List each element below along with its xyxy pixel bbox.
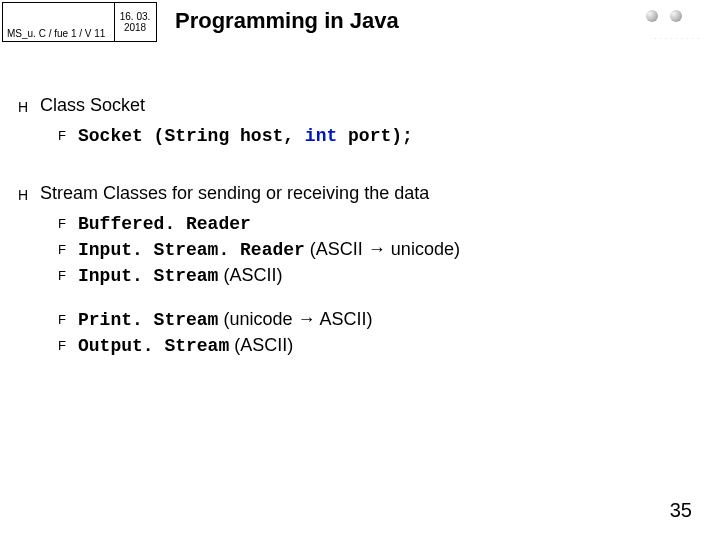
item-group: F Buffered. Reader F Input. Stream. Read… bbox=[58, 213, 700, 357]
list-item: F Input. Stream (ASCII) bbox=[58, 265, 700, 287]
y-bullet-icon: F bbox=[58, 125, 72, 147]
note: (ASCII) bbox=[229, 335, 293, 355]
meta-box: MS_u. C / fue 1 / V 11 16. 03. 2018 bbox=[2, 2, 157, 42]
list-item: F Print. Stream (unicode → ASCII) bbox=[58, 309, 700, 331]
decorative-orb-icon bbox=[646, 10, 658, 22]
section-heading-text: Stream Classes for sending or receiving … bbox=[40, 183, 429, 204]
meta-date: 16. 03. 2018 bbox=[114, 3, 156, 41]
z-bullet-icon: H bbox=[18, 95, 32, 119]
code: port); bbox=[337, 126, 413, 146]
arrow-icon: → bbox=[368, 239, 386, 259]
note: (ASCII bbox=[305, 239, 368, 259]
y-bullet-icon: F bbox=[58, 335, 72, 357]
arrow-icon: → bbox=[298, 309, 316, 329]
note: (unicode bbox=[218, 309, 297, 329]
section-heading-text: Class Socket bbox=[40, 95, 145, 116]
note: unicode) bbox=[386, 239, 460, 259]
list-item: F Buffered. Reader bbox=[58, 213, 700, 235]
y-bullet-icon: F bbox=[58, 213, 72, 235]
slide-content: H Class Socket F Socket (String host, in… bbox=[18, 95, 700, 375]
note: (ASCII) bbox=[218, 265, 282, 285]
list-item: F Output. Stream (ASCII) bbox=[58, 335, 700, 357]
meta-date-bottom: 2018 bbox=[124, 22, 146, 33]
meta-course: MS_u. C / fue 1 / V 11 bbox=[3, 3, 115, 41]
page-number: 35 bbox=[670, 499, 692, 522]
item-text: Input. Stream (ASCII) bbox=[78, 265, 282, 286]
meta-date-top: 16. 03. bbox=[120, 11, 151, 22]
list-item: F Socket (String host, int port); bbox=[58, 125, 700, 147]
keyword: int bbox=[305, 126, 337, 146]
section-heading: H Class Socket bbox=[18, 95, 700, 119]
item-text: Buffered. Reader bbox=[78, 213, 251, 234]
slide-header: MS_u. C / fue 1 / V 11 16. 03. 2018 Prog… bbox=[0, 0, 720, 60]
item-text: Output. Stream (ASCII) bbox=[78, 335, 293, 356]
z-bullet-icon: H bbox=[18, 183, 32, 207]
item-text: Socket (String host, int port); bbox=[78, 125, 413, 146]
item-group: F Socket (String host, int port); bbox=[58, 125, 700, 147]
code: Output. Stream bbox=[78, 336, 229, 356]
decorative-orb-icon bbox=[670, 10, 682, 22]
item-text: Input. Stream. Reader (ASCII → unicode) bbox=[78, 239, 460, 260]
code: Input. Stream bbox=[78, 266, 218, 286]
code: Print. Stream bbox=[78, 310, 218, 330]
list-item: F Input. Stream. Reader (ASCII → unicode… bbox=[58, 239, 700, 261]
section-heading: H Stream Classes for sending or receivin… bbox=[18, 183, 700, 207]
slide-title: Programming in Java bbox=[175, 8, 399, 34]
y-bullet-icon: F bbox=[58, 309, 72, 331]
item-text: Print. Stream (unicode → ASCII) bbox=[78, 309, 373, 330]
code: Buffered. Reader bbox=[78, 214, 251, 234]
code: Socket (String host, bbox=[78, 126, 305, 146]
y-bullet-icon: F bbox=[58, 239, 72, 261]
code: Input. Stream. Reader bbox=[78, 240, 305, 260]
note: ASCII) bbox=[316, 309, 373, 329]
y-bullet-icon: F bbox=[58, 265, 72, 287]
decorative-dots: . . . . . . . . . bbox=[655, 34, 700, 40]
